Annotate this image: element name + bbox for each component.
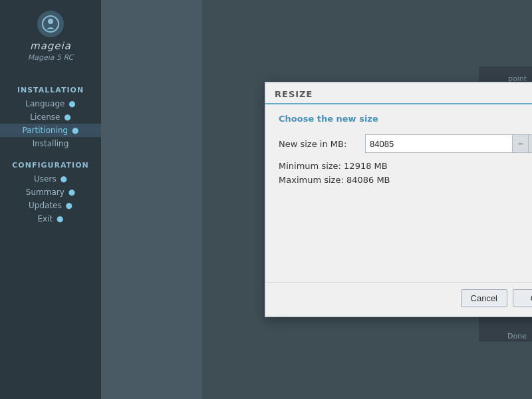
sidebar-item-installing[interactable]: Installing	[0, 137, 101, 150]
dialog-title-bar: RESIZE	[265, 82, 532, 104]
size-field-row: New size in MB: − +	[279, 134, 532, 153]
logo-icon	[37, 11, 64, 37]
sidebar-item-updates[interactable]: Updates ●	[0, 199, 101, 212]
decrement-button[interactable]: −	[512, 135, 528, 152]
dialog-body: Choose the new size New size in MB: − + …	[265, 104, 532, 282]
dialog-overlay: RESIZE Choose the new size New size in M…	[202, 0, 532, 399]
sidebar-item-summary[interactable]: Summary ●	[0, 186, 101, 199]
dialog-spacer	[279, 189, 532, 269]
min-size-label: Minimum size: 12918 MB	[279, 161, 532, 171]
sidebar-item-partitioning[interactable]: Partitioning ●	[0, 124, 101, 137]
sidebar-item-language[interactable]: Language ●	[0, 97, 101, 110]
dialog-title: RESIZE	[275, 89, 313, 99]
size-field-label: New size in MB:	[279, 139, 365, 149]
sidebar-item-license[interactable]: License ●	[0, 110, 101, 124]
size-input-group: − +	[365, 134, 532, 153]
increment-button[interactable]: +	[528, 135, 532, 152]
main-content: point r ions set size ial unt allocate a…	[101, 0, 532, 399]
resize-dialog: RESIZE Choose the new size New size in M…	[265, 82, 532, 317]
cancel-button[interactable]: Cancel	[461, 289, 507, 307]
dialog-footer: Cancel Ok	[265, 282, 532, 317]
sidebar-item-users[interactable]: Users ●	[0, 172, 101, 186]
ok-button[interactable]: Ok	[513, 289, 532, 307]
max-size-label: Maximum size: 84086 MB	[279, 175, 532, 185]
logo-area: mageia Mageia 5 RC	[28, 11, 74, 62]
app-logo-text: mageia	[30, 40, 71, 52]
svg-point-1	[48, 19, 53, 24]
sidebar: mageia Mageia 5 RC INSTALLATION Language…	[0, 0, 101, 399]
dialog-subtitle: Choose the new size	[279, 114, 532, 124]
size-input[interactable]	[366, 137, 512, 151]
app-version: Mageia 5 RC	[28, 53, 74, 62]
installation-section-header: INSTALLATION	[0, 80, 101, 97]
configuration-section-header: CONFIGURATION	[0, 156, 101, 172]
sidebar-item-exit[interactable]: Exit ●	[0, 212, 101, 225]
